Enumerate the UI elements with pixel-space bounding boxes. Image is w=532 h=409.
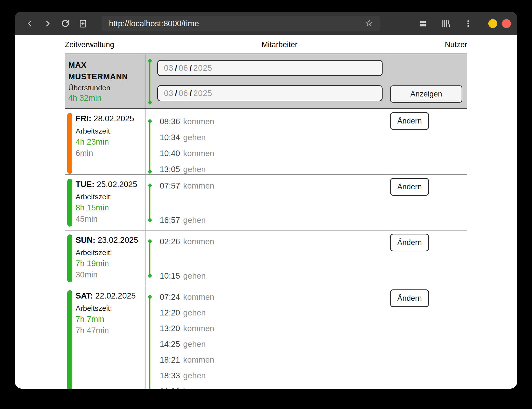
overtime-value: 4h 32min [68,93,143,103]
day-row-tue: TUE: 25.02.2025 Arbeitszeit: 8h 15min 45… [65,175,467,231]
day-title: TUE: 25.02.2025 [76,180,143,189]
minimize-window-button[interactable] [488,19,497,28]
worktime-value: 8h 15min [76,203,143,212]
time-entry: 08:36kommen [160,113,386,129]
pause-value: 30min [76,270,143,279]
browser-window: http://localhost:8000/time [15,12,517,389]
worktime-label: Arbeitszeit: [76,193,143,201]
worktime-value: 7h 19min [76,259,143,268]
reload-button[interactable] [56,15,74,32]
time-entry: 10:40kommen [160,145,386,161]
nav-mitarbeiter[interactable]: Mitarbeiter [262,40,297,49]
time-entry: 10:34gehen [160,129,386,145]
timeline-line [149,297,150,389]
time-entry: 12:20gehen [160,305,386,321]
day-title: SUN: 23.02.2025 [76,235,143,245]
chevron-right-icon [43,19,52,28]
date-from-input[interactable]: 03/06/2025 [157,60,383,76]
day-status-bar [67,290,72,389]
time-entries: 02:26kommen 10:15gehen [160,231,386,286]
pause-value: 7h 47min [76,326,143,335]
time-entry: 10:15gehen [160,268,386,284]
aendern-button[interactable]: Ändern [390,178,429,196]
time-entry: 18:21kommen [160,352,386,368]
worktime-label: Arbeitszeit: [76,248,143,257]
time-entry: 07:57kommen [160,178,386,194]
day-status-bar [67,179,72,227]
day-title: SAT: 22.02.2025 [76,291,143,300]
new-tab-icon [78,19,88,28]
pause-value: 45min [76,214,143,224]
summary-block: MAX MUSTERMANN Überstunden 4h 32min 03/0… [65,54,467,109]
time-entry: 13:20kommen [160,321,386,336]
library-button[interactable] [437,15,454,32]
time-entries: 07:24kommen 12:20gehen 13:20kommen 14:25… [160,286,386,389]
url-text: http://localhost:8000/time [109,19,199,28]
employee-name: MAX MUSTERMANN [68,59,143,82]
time-entries: 08:36kommen 10:34gehen 10:40kommen 13:05… [160,109,386,177]
timeline-line [149,186,150,220]
bookmark-button[interactable] [363,18,375,29]
timeline-line [149,121,150,172]
anzeigen-button[interactable]: Anzeigen [390,85,462,103]
day-row-sun: SUN: 23.02.2025 Arbeitszeit: 7h 19min 30… [65,231,467,286]
toolbar-right-group [414,15,511,32]
time-entry: 14:25gehen [160,336,386,352]
day-row-sat: SAT: 22.02.2025 Arbeitszeit: 7h 7min 7h … [65,286,467,389]
date-range-timeline [149,61,150,102]
browser-toolbar: http://localhost:8000/time [15,12,517,35]
timeline-line [149,241,150,276]
chevron-left-icon [26,19,34,28]
day-row-fri: FRI: 28.02.2025 Arbeitszeit: 4h 23min 6m… [65,109,467,175]
aendern-button[interactable]: Ändern [390,112,429,130]
time-entry: 07:24kommen [160,289,386,305]
time-entry: 02:26kommen [160,233,386,249]
back-button[interactable] [21,15,39,32]
worktime-value: 7h 7min [76,314,143,324]
worktime-label: Arbeitszeit: [76,304,143,313]
overtime-label: Überstunden [68,84,143,92]
day-status-bar [67,234,72,282]
aendern-button[interactable]: Ändern [390,289,429,307]
pause-value: 6min [76,149,143,158]
time-entry: 18:33gehen [160,368,386,383]
date-to-input[interactable]: 03/06/2025 [157,85,383,101]
day-status-bar [67,113,72,174]
nav-zeitverwaltung[interactable]: Zeitverwaltung [65,40,114,49]
new-tab-button[interactable] [74,15,92,32]
tab-grid-icon [419,19,427,28]
nav-nutzer[interactable]: Nutzer [445,40,467,49]
time-entry: 16:57gehen [160,212,386,228]
close-window-button[interactable] [502,19,511,28]
tab-overview-button[interactable] [414,15,432,32]
library-icon [441,19,450,28]
time-entry: 21:30kommen [160,383,386,389]
page-nav: Zeitverwaltung Mitarbeiter Nutzer [65,35,467,54]
star-icon [365,19,374,28]
page-content: Zeitverwaltung Mitarbeiter Nutzer MAX MU… [15,35,517,389]
aendern-button[interactable]: Ändern [390,234,429,251]
worktime-label: Arbeitszeit: [76,127,143,135]
forward-button[interactable] [39,15,56,32]
kebab-menu-icon [464,19,472,28]
url-bar[interactable]: http://localhost:8000/time [102,16,380,31]
reload-icon [60,19,70,28]
worktime-value: 4h 23min [76,137,143,147]
menu-button[interactable] [459,15,477,32]
day-title: FRI: 28.02.2025 [76,114,143,123]
time-entries: 07:57kommen 16:57gehen [160,175,386,230]
